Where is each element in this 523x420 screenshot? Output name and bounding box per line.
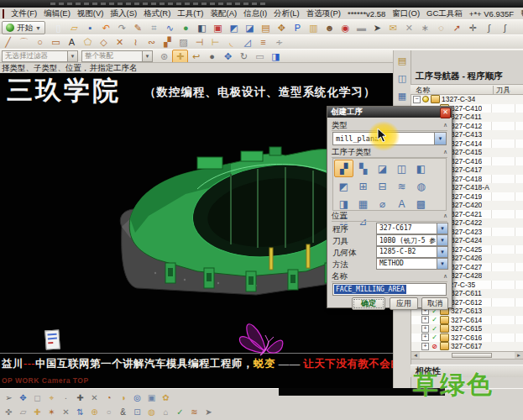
table-row[interactable]: 327-C615	[411, 324, 523, 333]
location-row-dropdown[interactable]: 327-C617 ▼	[376, 223, 448, 234]
groove-milling-icon[interactable]: ▦	[353, 195, 373, 213]
line-icon[interactable]: ╱	[0, 35, 16, 50]
offset-icon[interactable]: ≡	[255, 35, 271, 50]
menu-item[interactable]: 格式(R)	[140, 8, 174, 19]
circle-icon[interactable]: ○	[32, 35, 48, 50]
gears-icon[interactable]: ⊛	[156, 50, 172, 64]
snap-arc-icon[interactable]: ◔	[102, 391, 116, 405]
tool-wave-icon[interactable]: ≋	[187, 405, 201, 419]
chevron-up-icon[interactable]: ∧	[443, 149, 447, 155]
location-row-dropdown[interactable]: METHOD ▼	[376, 258, 448, 270]
table-row[interactable]: 1327-C-34	[411, 95, 523, 104]
select-filter-icon[interactable]: ✥	[16, 391, 30, 405]
orient-view-icon[interactable]: ✥	[220, 50, 236, 64]
system-menu-icon[interactable]	[3, 9, 4, 18]
find-icon[interactable]: ◌	[433, 21, 449, 35]
chevron-down-icon[interactable]: ▼	[434, 133, 446, 144]
fillet-icon[interactable]: ◟	[223, 35, 239, 50]
bear-plugin-icon[interactable]: ☻	[322, 21, 337, 35]
tool-target-icon[interactable]: ⊕	[87, 405, 102, 419]
close-icon[interactable]: ✕	[440, 108, 451, 118]
chevron-down-icon[interactable]: ▼	[437, 247, 447, 257]
tool-link-icon[interactable]: &	[116, 405, 130, 419]
ok-button[interactable]: 确定	[352, 297, 385, 310]
display-cube-icon[interactable]: ◨	[268, 50, 284, 64]
dialog-titlebar[interactable]: 创建工序 ✕	[327, 107, 452, 118]
face-milling-manual-icon[interactable]: ◪	[373, 160, 392, 177]
chevron-down-icon[interactable]: ▼	[437, 223, 447, 234]
expand-toggle-icon[interactable]	[413, 96, 421, 103]
menu-item[interactable]: 插入(S)	[107, 8, 140, 19]
text-icon[interactable]: A	[64, 35, 80, 50]
menu-item[interactable]: 装配(A)	[207, 8, 241, 19]
tool-arrow-icon[interactable]: ➤	[201, 405, 216, 419]
menu-item[interactable]: 编辑(E)	[40, 8, 74, 19]
pattern-icon[interactable]: ▞	[160, 35, 175, 50]
spline-curve-icon[interactable]: ≀	[128, 35, 144, 50]
menu-item[interactable]: 帮助(H)	[517, 8, 523, 19]
eagle-plugin-icon[interactable]: ➤	[369, 21, 385, 35]
isometric-cube-icon[interactable]: ◩	[226, 21, 242, 35]
curve-icon[interactable]: ∿	[162, 21, 178, 35]
helix-icon[interactable]: ∾	[144, 35, 160, 50]
finish-walls-icon[interactable]: ◍	[411, 177, 431, 195]
tool-circle-icon[interactable]: ○	[102, 405, 116, 419]
menu-item[interactable]: ******v2.58	[344, 9, 389, 18]
delete-icon[interactable]: ✕	[401, 21, 417, 35]
face-milling-icon[interactable]: ▚	[353, 160, 373, 177]
arrow-ne-icon[interactable]: ➚	[449, 21, 465, 35]
expand-toggle-icon[interactable]	[421, 316, 429, 323]
rough-zigzag-icon[interactable]: ⊞	[353, 177, 373, 195]
spline-icon[interactable]: ∫	[481, 21, 497, 35]
table-row[interactable]: 327-C617	[411, 342, 523, 351]
subtype-section-header[interactable]: 工序子类型 ∧	[332, 147, 447, 158]
new-file-icon[interactable]: ▯	[50, 21, 66, 35]
rotate-view-icon[interactable]: ↻	[236, 50, 252, 64]
snap-mid-icon[interactable]: ✚	[73, 391, 87, 405]
project-curve-icon[interactable]: ◇	[96, 35, 112, 50]
expand-toggle-icon[interactable]	[421, 343, 429, 350]
horizontal-scrollbar[interactable]: ◄ ►	[411, 351, 523, 360]
tool-disc-icon[interactable]: ◍	[144, 405, 159, 419]
snap-intersect-icon[interactable]: ✕	[87, 391, 102, 405]
apply-button[interactable]: 应用	[390, 297, 418, 310]
dark-sphere-icon[interactable]: ●	[204, 50, 220, 64]
select-arrow-icon[interactable]: ➢	[2, 391, 16, 405]
print-icon[interactable]: P	[290, 21, 306, 35]
scroll-right-arrow[interactable]: ►	[515, 352, 523, 359]
create-operation-icon[interactable]: ✚	[172, 50, 188, 64]
snap-tangent-icon[interactable]: ◎	[130, 391, 144, 405]
spline2-icon[interactable]: ʃ	[497, 21, 513, 35]
tool-move-icon[interactable]: ✜	[2, 405, 16, 419]
datum-icon[interactable]: ⌗	[146, 21, 162, 35]
menu-item[interactable]: 信息(I)	[240, 8, 270, 19]
planar-text-icon[interactable]: A	[392, 195, 411, 213]
rough-zig-icon[interactable]: ⊟	[373, 177, 392, 195]
cleanup-corners-icon[interactable]: ≋	[392, 177, 411, 195]
tool-plane-icon[interactable]: ▱	[16, 405, 30, 419]
chevron-up-icon[interactable]: ∧	[443, 273, 447, 280]
menu-item[interactable]: GC工具箱	[423, 8, 466, 19]
planar-mill-icon[interactable]: ◫	[392, 160, 411, 177]
name-section-header[interactable]: 名称 ∧	[332, 271, 447, 282]
record-icon[interactable]: ◉	[337, 21, 353, 35]
rough-follow-icon[interactable]: ◩	[334, 177, 353, 195]
arc-icon[interactable]: ⌒	[16, 35, 32, 50]
snap-quadrant-icon[interactable]: ◑	[116, 391, 130, 405]
expand-toggle-icon[interactable]	[421, 333, 429, 341]
sketch-icon[interactable]: ✎	[130, 21, 146, 35]
move-object-icon[interactable]: ✥	[274, 21, 290, 35]
sphere-icon[interactable]: ●	[178, 21, 194, 35]
intersect-icon[interactable]: ✕	[112, 35, 128, 50]
menu-item[interactable]: 分析(L)	[270, 8, 303, 19]
snap-face-icon[interactable]: ▣	[144, 391, 159, 405]
save-icon[interactable]: ▪	[82, 21, 98, 35]
trimetric-cube-icon[interactable]: ◪	[242, 21, 258, 35]
type-section-header[interactable]: 类型 ∧	[332, 120, 447, 131]
chevron-up-icon[interactable]: ∧	[443, 213, 447, 219]
selection-scope-combo[interactable]: 整个装配 ▼	[81, 50, 153, 62]
tool-add-icon[interactable]: ✚	[30, 405, 44, 419]
navigator-column-header[interactable]: 名称 刀具	[411, 84, 523, 95]
tool-home-icon[interactable]: ⌂	[159, 405, 173, 419]
chamfer-icon[interactable]: ◿	[239, 35, 255, 50]
